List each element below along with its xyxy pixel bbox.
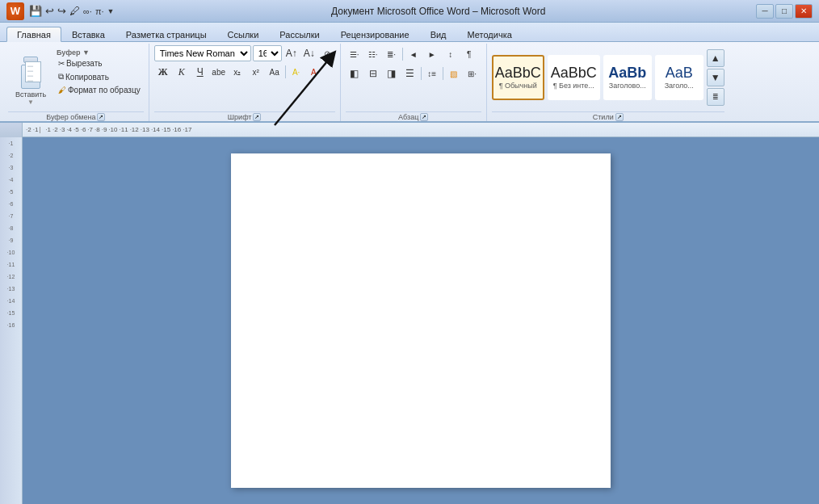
style-normal-preview: AaBbC xyxy=(495,65,541,80)
paintbrush-icon: 🖌 xyxy=(58,86,66,94)
font-size-select[interactable]: 16 12 14 18 xyxy=(253,45,282,61)
tab-insert[interactable]: Вставка xyxy=(61,27,116,41)
font-expand[interactable]: ↗ xyxy=(253,113,261,121)
infinity-icon[interactable]: ∞· xyxy=(83,6,92,16)
document-area[interactable] xyxy=(23,137,819,504)
tab-review[interactable]: Рецензирование xyxy=(330,27,420,41)
style-normal-button[interactable]: AaBbC ¶ Обычный xyxy=(492,55,544,100)
ruler-container: ·2 ·1 ·1 ·2 ·3 ·4 ·5 ·6 ·7 ·8 ·9 ·10 ·11… xyxy=(0,123,819,137)
copy-button[interactable]: ⧉ Копировать xyxy=(55,70,144,83)
font-name-select[interactable]: Times New Roman Arial Calibri xyxy=(154,45,251,61)
multilevel-list-button[interactable]: ≣· xyxy=(383,45,401,63)
tab-home[interactable]: Главная xyxy=(6,27,61,42)
line-spacing-button[interactable]: ↕≡ xyxy=(423,65,441,82)
subscript-button[interactable]: x₂ xyxy=(229,63,246,81)
text-highlight-button[interactable]: A· xyxy=(288,63,305,81)
paragraph-group: ☰· ☷· ≣· ◄ ► ↕ ¶ ◧ ⊟ ◨ ☰ ↕≡ ▧ xyxy=(341,44,487,121)
style-heading2-preview: AaB xyxy=(666,65,693,80)
minimize-button[interactable]: ─ xyxy=(756,4,774,19)
style-heading1-label: Заголово... xyxy=(609,82,646,90)
ribbon-tabs: Главная Вставка Разметка страницы Ссылки… xyxy=(0,23,819,42)
change-case-button[interactable]: Aa xyxy=(266,63,284,81)
styles-group: AaBbC ¶ Обычный AaBbC ¶ Без инте... AaBb… xyxy=(487,44,729,121)
numbering-button[interactable]: ☷· xyxy=(364,45,382,63)
tab-page-layout[interactable]: Разметка страницы xyxy=(116,27,217,41)
window-controls[interactable]: ─ □ ✕ xyxy=(756,4,813,19)
document-page[interactable] xyxy=(231,153,611,488)
pi-icon[interactable]: π· xyxy=(95,6,104,16)
redo-icon[interactable]: ↪ xyxy=(57,5,66,17)
italic-button[interactable]: К xyxy=(173,63,191,81)
tab-view[interactable]: Вид xyxy=(420,27,457,41)
bullets-button[interactable]: ☰· xyxy=(346,45,363,63)
cut-button[interactable]: ✂ Вырезать xyxy=(55,57,144,69)
font-color-button[interactable]: A· xyxy=(306,63,324,81)
main-area: ·1·2·3·4·5·6 ·7·8·9·10·11·12 ·13·14·15·1… xyxy=(0,137,819,504)
increase-indent-button[interactable]: ► xyxy=(423,45,441,63)
maximize-button[interactable]: □ xyxy=(775,4,793,19)
styles-scroll-down[interactable]: ▼ xyxy=(707,69,724,86)
decrease-font-button[interactable]: A↓ xyxy=(301,45,317,61)
save-icon[interactable]: 💾 xyxy=(29,5,42,17)
superscript-button[interactable]: x² xyxy=(247,63,265,81)
clipboard-group: ════════ Вставить ▼ Буфер ▼ ✂ Вырезать ⧉… xyxy=(3,44,149,121)
window-title: Документ Microsoft Office Word – Microso… xyxy=(120,6,756,17)
tab-mailings[interactable]: Рассылки xyxy=(269,27,330,41)
ruler-corner[interactable] xyxy=(0,123,23,137)
draw-icon[interactable]: 🖊 xyxy=(69,5,80,17)
strikethrough-button[interactable]: аbe xyxy=(210,63,228,81)
vertical-ruler: ·1·2·3·4·5·6 ·7·8·9·10·11·12 ·13·14·15·1… xyxy=(0,137,23,504)
paragraph-label: Абзац xyxy=(398,113,418,121)
increase-font-button[interactable]: A↑ xyxy=(284,45,300,61)
format-painter-button[interactable]: 🖌 Формат по образцу xyxy=(55,84,144,96)
clipboard-label: Буфер обмена xyxy=(46,113,95,121)
align-justify-button[interactable]: ☰ xyxy=(401,65,419,82)
shading-button[interactable]: ▧ xyxy=(445,65,463,82)
styles-expand[interactable]: ≣ xyxy=(707,88,724,106)
scissors-icon: ✂ xyxy=(58,59,65,68)
style-no-spacing-label: ¶ Без инте... xyxy=(553,82,594,90)
copy-icon: ⧉ xyxy=(58,72,64,82)
style-heading2-label: Заголо... xyxy=(665,82,694,90)
align-left-button[interactable]: ◧ xyxy=(346,65,363,82)
font-group: Times New Roman Arial Calibri 16 12 14 1… xyxy=(149,44,341,121)
horizontal-ruler: ·2 ·1 ·1 ·2 ·3 ·4 ·5 ·6 ·7 ·8 ·9 ·10 ·11… xyxy=(23,123,819,136)
clear-format-button[interactable]: ⊘ xyxy=(319,45,335,61)
align-right-button[interactable]: ◨ xyxy=(383,65,401,82)
styles-scroll-up[interactable]: ▲ xyxy=(707,49,724,67)
style-heading1-button[interactable]: AaBb Заголово... xyxy=(603,55,652,100)
styles-label: Стили xyxy=(593,113,614,121)
styles-expand-btn[interactable]: ↗ xyxy=(615,113,624,121)
app-icon: W xyxy=(6,2,24,20)
align-center-button[interactable]: ⊟ xyxy=(364,65,382,82)
style-heading1-preview: AaBb xyxy=(608,65,646,80)
tab-references[interactable]: Ссылки xyxy=(217,27,270,41)
font-label: Шрифт xyxy=(228,113,252,121)
dropdown-icon[interactable]: ▼ xyxy=(107,7,115,15)
clipboard-expand[interactable]: ↗ xyxy=(97,113,105,121)
style-no-spacing-preview: AaBbC xyxy=(551,65,597,80)
undo-icon[interactable]: ↩ xyxy=(45,5,54,17)
paragraph-expand[interactable]: ↗ xyxy=(420,113,428,121)
ribbon: ════════ Вставить ▼ Буфер ▼ ✂ Вырезать ⧉… xyxy=(0,42,819,123)
style-no-spacing-button[interactable]: AaBbC ¶ Без инте... xyxy=(548,55,600,100)
close-button[interactable]: ✕ xyxy=(795,4,813,19)
tab-metodichka[interactable]: Методичка xyxy=(457,27,523,41)
paste-button[interactable]: ════════ Вставить ▼ xyxy=(8,45,53,110)
title-bar: W 💾 ↩ ↪ 🖊 ∞· π· ▼ Документ Microsoft Off… xyxy=(0,0,819,23)
sort-button[interactable]: ↕ xyxy=(442,45,460,63)
style-normal-label: ¶ Обычный xyxy=(499,82,537,90)
decrease-indent-button[interactable]: ◄ xyxy=(405,45,422,63)
bold-button[interactable]: Ж xyxy=(154,63,172,81)
show-marks-button[interactable]: ¶ xyxy=(460,45,478,63)
underline-button[interactable]: Ч xyxy=(191,63,209,81)
style-heading2-button[interactable]: AaB Заголо... xyxy=(655,55,704,100)
borders-button[interactable]: ⊞· xyxy=(464,65,481,82)
quick-access-toolbar[interactable]: 💾 ↩ ↪ 🖊 ∞· π· ▼ xyxy=(29,5,114,17)
